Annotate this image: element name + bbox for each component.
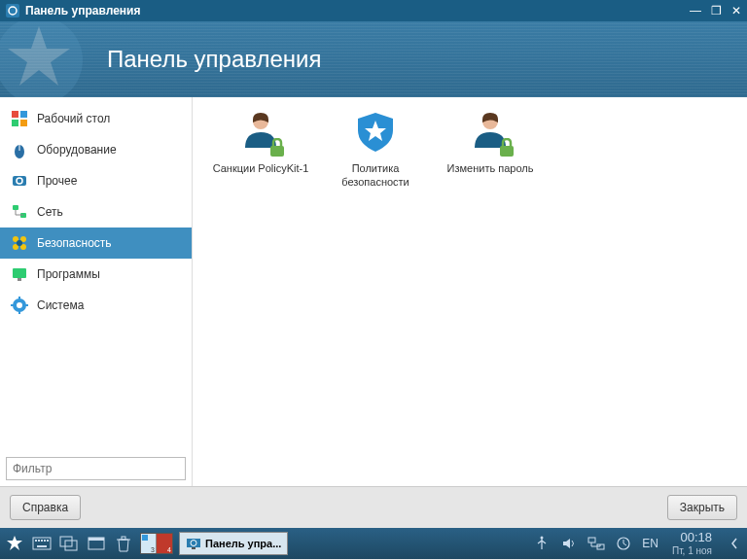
taskbar: 3 4 Панель упра... EN 00:18 Пт, 1 ноя [0, 528, 747, 559]
content-item-label: Изменить пароль [442, 161, 539, 175]
svg-rect-39 [65, 541, 77, 550]
sync-icon[interactable] [615, 535, 632, 552]
svg-rect-38 [60, 537, 72, 546]
sidebar-item-network[interactable]: Сеть [0, 196, 192, 228]
trash-icon[interactable] [113, 533, 134, 554]
close-window-button[interactable]: ✕ [731, 4, 741, 18]
maximize-button[interactable]: ❐ [711, 4, 722, 18]
user-lock-icon [237, 109, 284, 156]
start-menu-icon[interactable] [4, 533, 25, 554]
sidebar-list: Рабочий стол Оборудование Прочее Сеть [0, 97, 192, 451]
svg-rect-20 [18, 278, 21, 281]
workspace-1[interactable]: 3 [141, 534, 157, 553]
content-item-label: Политика безопасности [327, 161, 424, 190]
clock[interactable]: 00:18 Пт, 1 ноя [668, 531, 716, 555]
shield-icon [10, 233, 29, 253]
sidebar-item-security[interactable]: Безопасность [0, 228, 192, 259]
svg-rect-41 [89, 538, 104, 541]
svg-rect-32 [35, 540, 37, 542]
sidebar-item-label: Программы [37, 267, 100, 281]
system-gear-icon [10, 296, 29, 315]
usb-icon[interactable] [533, 535, 551, 552]
content-item-label: Санкции PolicyKit-1 [212, 161, 309, 175]
svg-rect-5 [20, 120, 27, 126]
language-indicator[interactable]: EN [642, 537, 658, 550]
content-area: Санкции PolicyKit-1 Политика безопасност… [193, 97, 747, 486]
svg-point-47 [541, 536, 544, 539]
filter-input[interactable] [7, 458, 185, 479]
page-title: Панель управления [107, 46, 321, 73]
sidebar: Рабочий стол Оборудование Прочее Сеть [0, 97, 193, 486]
svg-rect-37 [37, 545, 47, 547]
svg-rect-48 [588, 538, 595, 542]
content-item-policykit[interactable]: Санкции PolicyKit-1 [212, 109, 309, 175]
windows-icon[interactable] [58, 533, 80, 554]
app-task-icon [186, 536, 201, 551]
close-button[interactable]: Закрыть [667, 495, 737, 520]
sidebar-item-label: Рабочий стол [37, 112, 110, 125]
sidebar-item-label: Система [37, 298, 84, 312]
header-star-icon [0, 21, 88, 97]
user-lock-icon [467, 109, 514, 156]
workspace-switcher[interactable]: 3 4 [140, 533, 173, 554]
network-icon [10, 202, 29, 222]
app-body: Рабочий стол Оборудование Прочее Сеть [0, 97, 747, 486]
window-title: Панель управления [25, 4, 690, 18]
sidebar-item-system[interactable]: Система [0, 290, 192, 321]
content-item-security-policy[interactable]: Политика безопасности [327, 109, 424, 190]
keyboard-icon[interactable] [31, 533, 53, 554]
filter-box [6, 457, 186, 480]
svg-rect-31 [33, 538, 51, 549]
content-item-change-password[interactable]: Изменить пароль [442, 109, 539, 175]
sidebar-item-desktop[interactable]: Рабочий стол [0, 103, 192, 134]
window-titlebar: Панель управления — ❐ ✕ [0, 0, 747, 21]
gear-icon [10, 171, 29, 191]
programs-icon [10, 264, 29, 284]
clock-date: Пт, 1 ноя [672, 545, 712, 556]
svg-rect-36 [47, 540, 49, 542]
svg-rect-4 [12, 120, 18, 126]
sidebar-item-label: Прочее [37, 174, 77, 188]
chevron-left-icon[interactable] [726, 535, 743, 552]
sidebar-item-other[interactable]: Прочее [0, 165, 192, 196]
taskbar-app-label: Панель упра... [205, 538, 281, 549]
app-icon [6, 4, 19, 18]
svg-rect-3 [20, 111, 27, 118]
mouse-icon [10, 140, 29, 159]
sidebar-item-label: Оборудование [37, 143, 117, 157]
svg-rect-35 [44, 540, 46, 542]
svg-rect-43 [122, 537, 125, 540]
shield-star-icon [352, 109, 399, 156]
sidebar-item-programs[interactable]: Программы [0, 259, 192, 290]
svg-point-0 [9, 7, 17, 15]
svg-rect-45 [192, 547, 196, 549]
svg-rect-30 [500, 146, 514, 157]
network-tray-icon[interactable] [587, 535, 605, 552]
svg-rect-2 [12, 111, 18, 118]
sidebar-item-label: Сеть [37, 205, 63, 219]
taskbar-app-control-panel[interactable]: Панель упра... [179, 532, 288, 555]
bottom-bar: Справка Закрыть [0, 486, 747, 528]
svg-point-22 [17, 302, 22, 308]
sidebar-item-label: Безопасность [37, 236, 112, 250]
svg-rect-10 [13, 205, 18, 210]
show-desktop-icon[interactable] [86, 533, 107, 554]
desktop-icon [10, 109, 29, 128]
volume-icon[interactable] [560, 535, 578, 552]
svg-rect-19 [13, 268, 26, 278]
svg-point-18 [17, 240, 22, 246]
svg-rect-33 [38, 540, 40, 542]
svg-rect-28 [270, 146, 284, 157]
help-button[interactable]: Справка [10, 495, 81, 520]
svg-rect-34 [41, 540, 43, 542]
clock-time: 00:18 [672, 531, 712, 544]
workspace-2[interactable]: 4 [157, 534, 172, 553]
header-banner: Панель управления [0, 21, 747, 97]
minimize-button[interactable]: — [690, 4, 701, 18]
sidebar-item-hardware[interactable]: Оборудование [0, 134, 192, 165]
